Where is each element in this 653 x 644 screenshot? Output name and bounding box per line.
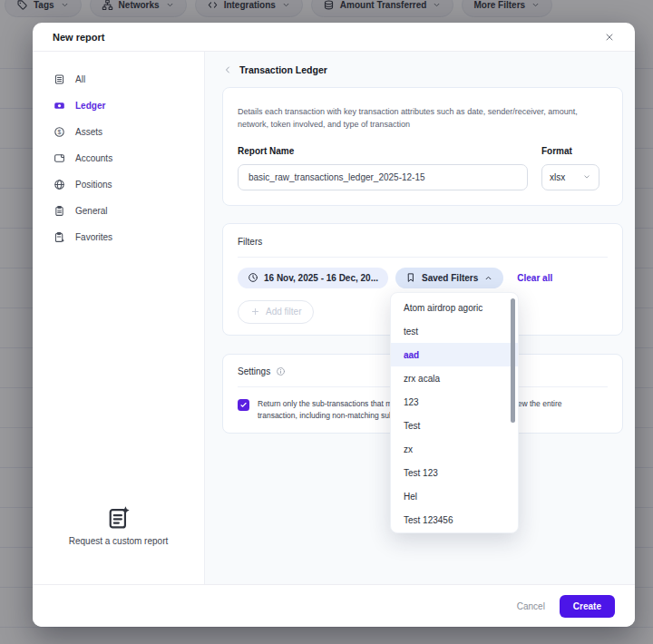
saved-filter-option-label: test — [404, 327, 418, 337]
format-select[interactable]: xlsx — [541, 164, 599, 190]
page-head: Transaction Ledger — [222, 64, 624, 75]
saved-filter-option-label: Test 123 — [404, 468, 438, 478]
close-icon — [604, 32, 615, 43]
close-button[interactable] — [604, 32, 615, 43]
report-name-label: Report Name — [238, 146, 541, 156]
saved-filter-option-label: Test — [404, 421, 420, 431]
sidebar-item-label: All — [75, 74, 85, 84]
report-config-panel: Transaction Ledger Details each transact… — [205, 52, 635, 584]
report-category-sidebar: All Ledger Assets Accounts — [33, 52, 205, 584]
saved-filter-option[interactable]: aad — [391, 343, 518, 366]
sidebar-item[interactable]: Assets — [33, 119, 204, 145]
sidebar-item[interactable]: General — [33, 198, 204, 224]
sidebar-item-label: Favorites — [75, 232, 112, 242]
dropdown-scrollbar[interactable] — [511, 298, 515, 423]
field-labels: Report Name Format — [238, 146, 608, 156]
request-custom-report[interactable]: Request a custom report — [33, 505, 204, 584]
report-name-input[interactable]: basic_raw_transactions_ledger_2025-12-15 — [238, 164, 528, 190]
sidebar-item[interactable]: All — [33, 66, 204, 93]
sidebar-item-label: General — [75, 206, 108, 216]
sidebar-items: All Ledger Assets Accounts — [33, 66, 204, 250]
modal-title: New report — [53, 32, 104, 43]
saved-filter-option[interactable]: zx — [391, 437, 518, 461]
sidebar-item-icon — [54, 126, 65, 138]
saved-filter-option[interactable]: Test 123456 — [391, 508, 518, 532]
modal-body: All Ledger Assets Accounts — [33, 52, 635, 584]
request-custom-report-label: Request a custom report — [69, 536, 169, 546]
chevron-down-icon — [582, 172, 591, 181]
saved-filters-dropdown: Atom airdrop agoric test aad zrx acala — [390, 292, 519, 533]
sidebar-item-icon — [54, 73, 65, 85]
saved-filter-option[interactable]: 123 — [391, 390, 518, 414]
chevron-left-icon — [222, 64, 233, 75]
saved-filter-option[interactable]: Hel — [391, 484, 518, 508]
saved-filter-option[interactable]: Test — [391, 414, 518, 437]
sidebar-item-icon — [54, 100, 65, 112]
date-range-value: 16 Nov, 2025 - 16 Dec, 20... — [264, 273, 378, 283]
chevron-up-icon — [483, 273, 493, 283]
settings-title: Settings — [238, 366, 270, 376]
sidebar-item-label: Ledger — [75, 101, 105, 111]
saved-filters-label: Saved Filters — [422, 273, 478, 283]
filters-title: Filters — [238, 237, 608, 247]
sidebar-item[interactable]: Favorites — [33, 224, 204, 250]
saved-filter-option[interactable]: zrx acala — [391, 366, 518, 390]
saved-filter-option-label: Hel — [404, 492, 417, 502]
sidebar-item-icon — [54, 152, 65, 164]
plus-icon — [250, 307, 260, 317]
sidebar-item-icon — [54, 205, 65, 217]
report-details-card: Details each transaction with key transa… — [222, 87, 623, 206]
clear-all-button[interactable]: Clear all — [517, 273, 552, 283]
date-range-chip[interactable]: 16 Nov, 2025 - 16 Dec, 20... — [238, 268, 388, 288]
sidebar-item[interactable]: Accounts — [33, 145, 204, 171]
document-sparkle-icon — [106, 505, 131, 530]
format-value: xlsx — [550, 172, 565, 182]
info-icon — [276, 366, 286, 376]
saved-filter-option-label: Atom airdrop agoric — [404, 303, 482, 313]
page-title: Transaction Ledger — [239, 64, 327, 75]
sub-transactions-checkbox[interactable] — [238, 399, 249, 411]
bookmark-icon — [405, 272, 416, 283]
saved-filter-option[interactable]: test — [391, 319, 518, 343]
sidebar-item[interactable]: Positions — [33, 171, 204, 198]
saved-filter-option-label: aad — [404, 350, 419, 360]
add-filter-label: Add filter — [266, 307, 301, 317]
format-label: Format — [541, 146, 572, 156]
new-report-modal: New report All Ledger — [33, 23, 635, 627]
saved-filters-chip[interactable]: Saved Filters — [395, 268, 503, 288]
report-description: Details each transaction with key transa… — [238, 105, 608, 132]
filter-chips-row: 16 Nov, 2025 - 16 Dec, 20... Saved Filte… — [238, 268, 608, 288]
sidebar-item[interactable]: Ledger — [33, 93, 204, 119]
saved-filter-option-label: Test 123456 — [404, 515, 453, 525]
modal-header: New report — [33, 23, 635, 52]
sidebar-item-label: Assets — [75, 127, 102, 137]
saved-filter-option[interactable]: Test 123 — [391, 461, 518, 484]
saved-filter-option-label: 123 — [404, 397, 419, 407]
cancel-button[interactable]: Cancel — [517, 601, 545, 611]
report-name-value: basic_raw_transactions_ledger_2025-12-15 — [249, 172, 425, 182]
modal-footer: Cancel Create — [33, 584, 635, 627]
clock-icon — [248, 272, 258, 283]
saved-filters-list: Atom airdrop agoric test aad zrx acala — [391, 296, 518, 532]
settings-info[interactable] — [276, 366, 286, 376]
sidebar-item-icon — [54, 179, 65, 190]
sidebar-item-label: Accounts — [75, 153, 112, 163]
add-filter-button[interactable]: Add filter — [238, 300, 314, 324]
saved-filter-option-label: zx — [404, 444, 413, 454]
create-button[interactable]: Create — [560, 595, 615, 618]
sidebar-item-label: Positions — [75, 180, 112, 190]
back-button[interactable] — [222, 64, 233, 75]
divider — [238, 257, 608, 258]
saved-filter-option-label: zrx acala — [404, 374, 440, 384]
check-icon — [239, 401, 248, 409]
sidebar-item-icon — [54, 231, 65, 243]
fields-row: basic_raw_transactions_ledger_2025-12-15… — [238, 164, 608, 190]
saved-filter-option[interactable]: Atom airdrop agoric — [391, 296, 518, 319]
